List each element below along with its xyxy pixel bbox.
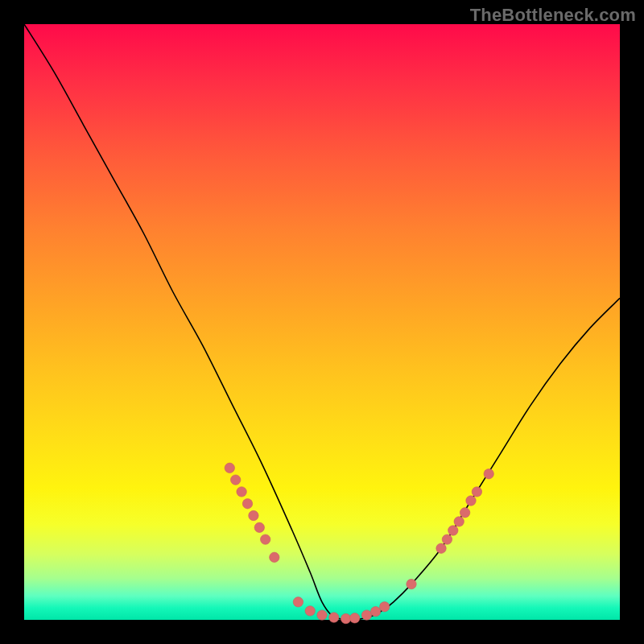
data-marker	[472, 487, 481, 497]
data-marker	[261, 535, 270, 544]
data-marker	[249, 510, 258, 520]
data-marker	[225, 463, 234, 473]
data-marker	[448, 526, 458, 535]
data-marker	[305, 606, 315, 616]
data-marker	[442, 535, 452, 544]
data-marker	[350, 613, 360, 623]
bottleneck-curve	[24, 24, 620, 620]
chart-stage: TheBottleneck.com	[0, 0, 644, 644]
marker-group	[225, 463, 493, 624]
data-marker	[436, 543, 446, 553]
data-marker	[231, 475, 241, 485]
data-marker	[484, 469, 493, 479]
data-marker	[361, 610, 371, 620]
data-marker	[370, 606, 380, 616]
data-marker	[407, 579, 416, 588]
data-marker	[460, 508, 469, 518]
data-marker	[329, 613, 339, 622]
data-marker	[454, 517, 464, 526]
watermark-text: TheBottleneck.com	[470, 5, 636, 26]
data-marker	[270, 552, 279, 562]
plot-area	[24, 24, 620, 620]
data-marker	[237, 487, 246, 497]
data-marker	[317, 610, 327, 620]
data-marker	[380, 602, 390, 612]
data-marker	[293, 597, 303, 607]
data-marker	[341, 613, 350, 623]
data-marker	[254, 522, 264, 532]
data-marker	[242, 499, 252, 509]
chart-svg	[24, 24, 620, 620]
data-marker	[466, 496, 476, 506]
